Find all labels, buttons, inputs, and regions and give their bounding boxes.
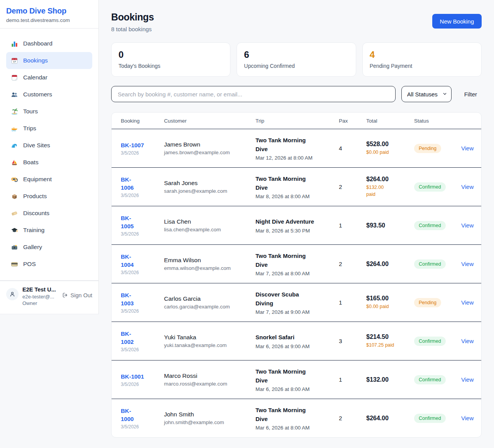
booking-id-link[interactable]: BK-1005 bbox=[121, 214, 139, 230]
trip-name: Snorkel Safari bbox=[255, 333, 314, 342]
total-cell: $132.00 bbox=[366, 376, 414, 383]
trip-cell: Two Tank Morning Dive Mar 7, 2026 at 8:0… bbox=[255, 251, 339, 277]
paid-amount: $0.00 paid bbox=[366, 149, 414, 156]
stat-card: 0 Today's Bookings bbox=[111, 42, 230, 77]
customer-name: Sarah Jones bbox=[164, 180, 255, 187]
booking-id-link[interactable]: BK-1007 bbox=[121, 142, 144, 148]
sidebar-item-bookings[interactable]: 17 Bookings bbox=[6, 52, 92, 69]
customer-cell: James Brown james.brown@example.com bbox=[164, 141, 255, 155]
view-booking-link[interactable]: View bbox=[461, 261, 474, 267]
table-row: BK-1003 3/5/2026 Carlos Garcia carlos.ga… bbox=[112, 283, 481, 322]
booking-id-link[interactable]: BK-1002 bbox=[121, 330, 139, 346]
sidebar-item-pos[interactable]: POS bbox=[6, 256, 92, 273]
search-input[interactable] bbox=[111, 86, 396, 102]
customer-cell: Marco Rossi marco.rossi@example.com bbox=[164, 372, 255, 387]
sidebar-item-customers[interactable]: Customers bbox=[6, 86, 92, 103]
nav-item-label: Trips bbox=[23, 125, 36, 132]
status-cell: Pending bbox=[414, 298, 461, 307]
booking-cell: BK-1007 3/5/2026 bbox=[121, 141, 164, 156]
nav-item-label: Boats bbox=[23, 159, 39, 166]
sidebar-item-products[interactable]: Products bbox=[6, 188, 92, 205]
trip-name: Two Tank Morning Dive bbox=[255, 251, 314, 269]
booking-id-link[interactable]: BK-1001 bbox=[121, 373, 144, 380]
tear-calendar-icon bbox=[11, 74, 18, 81]
stat-card: 6 Upcoming Confirmed bbox=[237, 42, 356, 77]
sidebar-user-footer: E2E Test U... e2e-tester@... Owner Sign … bbox=[0, 281, 98, 314]
booking-cell: BK-1003 3/5/2026 bbox=[121, 291, 164, 314]
booking-cell: BK-1006 3/5/2026 bbox=[121, 175, 164, 198]
view-booking-link[interactable]: View bbox=[461, 184, 474, 190]
main-content: Bookings 8 total bookings New Booking 0 … bbox=[99, 0, 494, 448]
view-booking-link[interactable]: View bbox=[461, 222, 474, 229]
table-row: BK-1004 3/5/2026 Emma Wilson emma.wilson… bbox=[112, 244, 481, 283]
brand: Demo Dive Shop demo.test.divestreams.com bbox=[0, 0, 98, 28]
pax-value: 3 bbox=[339, 338, 366, 344]
column-header-total: Total bbox=[366, 118, 414, 124]
total-amount: $264.00 bbox=[366, 261, 414, 268]
customer-name: Lisa Chen bbox=[164, 218, 255, 225]
sidebar-item-calendar[interactable]: Calendar bbox=[6, 69, 92, 86]
island-icon bbox=[11, 108, 18, 115]
customer-name: John Smith bbox=[164, 411, 255, 418]
status-filter-wrap: All Statuses bbox=[401, 86, 452, 102]
sidebar-item-discounts[interactable]: Discounts bbox=[6, 205, 92, 222]
trip-date: Mar 7, 2026 at 8:00 AM bbox=[255, 271, 339, 276]
pax-value: 1 bbox=[339, 299, 366, 306]
nav-item-label: Training bbox=[23, 227, 44, 234]
booking-date: 3/5/2026 bbox=[121, 424, 164, 429]
table-row: BK-1002 3/5/2026 Yuki Tanaka yuki.tanaka… bbox=[112, 322, 481, 360]
booking-id-link[interactable]: BK-1003 bbox=[121, 291, 139, 307]
sidebar-item-equipment[interactable]: Equipment bbox=[6, 171, 92, 188]
people-icon bbox=[11, 91, 18, 98]
trip-date: Mar 6, 2026 at 9:00 AM bbox=[255, 344, 339, 349]
pax-value: 1 bbox=[339, 376, 366, 383]
booking-id-link[interactable]: BK-1006 bbox=[121, 175, 139, 192]
pax-value: 2 bbox=[339, 415, 366, 421]
view-booking-link[interactable]: View bbox=[461, 338, 474, 344]
nav-item-label: Tours bbox=[23, 108, 38, 115]
dive-mask-icon bbox=[11, 176, 18, 183]
view-booking-link[interactable]: View bbox=[461, 299, 474, 306]
trip-cell: Two Tank Morning Dive Mar 6, 2026 at 8:0… bbox=[255, 406, 339, 431]
table-body: BK-1007 3/5/2026 James Brown james.brown… bbox=[112, 129, 481, 437]
new-booking-button[interactable]: New Booking bbox=[432, 14, 482, 29]
booking-id-link[interactable]: BK-1000 bbox=[121, 407, 139, 423]
filter-button[interactable]: Filter bbox=[464, 91, 477, 98]
page-title: Bookings bbox=[111, 12, 154, 23]
status-filter-select[interactable]: All Statuses bbox=[401, 86, 452, 102]
sidebar-item-boats[interactable]: Boats bbox=[6, 154, 92, 171]
customer-email: carlos.garcia@example.com bbox=[164, 304, 255, 310]
avatar bbox=[6, 288, 19, 300]
sidebar-item-tours[interactable]: Tours bbox=[6, 103, 92, 120]
total-cell: $264.00 $132.00 paid bbox=[366, 176, 414, 198]
column-header-pax: Pax bbox=[339, 118, 366, 124]
trip-date: Mar 6, 2026 at 8:00 AM bbox=[255, 386, 339, 392]
stat-label: Pending Payment bbox=[370, 63, 474, 69]
booking-date: 3/5/2026 bbox=[121, 150, 164, 156]
view-booking-link[interactable]: View bbox=[461, 376, 474, 383]
sidebar-nav: Dashboard 17 Bookings Calendar Customers… bbox=[0, 29, 98, 280]
booking-id-link[interactable]: BK-1004 bbox=[121, 253, 139, 269]
pax-value: 2 bbox=[339, 261, 366, 267]
view-booking-link[interactable]: View bbox=[461, 415, 474, 421]
status-cell: Confirmed bbox=[414, 414, 461, 423]
user-email: e2e-tester@... bbox=[22, 294, 58, 300]
view-booking-link[interactable]: View bbox=[461, 145, 474, 152]
status-badge: Confirmed bbox=[414, 259, 446, 269]
sidebar-item-dive-sites[interactable]: Dive Sites bbox=[6, 137, 92, 154]
sidebar-item-training[interactable]: Training bbox=[6, 222, 92, 239]
status-badge: Confirmed bbox=[414, 182, 446, 192]
sign-out-icon bbox=[62, 292, 68, 298]
trip-date: Mar 8, 2026 at 8:00 AM bbox=[255, 194, 339, 199]
sidebar-item-gallery[interactable]: Gallery bbox=[6, 239, 92, 256]
sidebar-item-dashboard[interactable]: Dashboard bbox=[6, 35, 92, 52]
sign-out-button[interactable]: Sign Out bbox=[62, 292, 92, 298]
trip-name: Two Tank Morning Dive bbox=[255, 136, 314, 154]
bookings-table: BookingCustomerTripPaxTotalStatus BK-100… bbox=[111, 112, 482, 438]
trip-date: Mar 8, 2026 at 5:30 PM bbox=[255, 228, 339, 234]
sidebar-item-trips[interactable]: Trips bbox=[6, 120, 92, 137]
trip-date: Mar 7, 2026 at 9:00 AM bbox=[255, 309, 339, 315]
trip-name: Two Tank Morning Dive bbox=[255, 406, 314, 424]
nav-item-label: Dive Sites bbox=[23, 142, 50, 149]
nav-item-label: POS bbox=[23, 261, 36, 268]
